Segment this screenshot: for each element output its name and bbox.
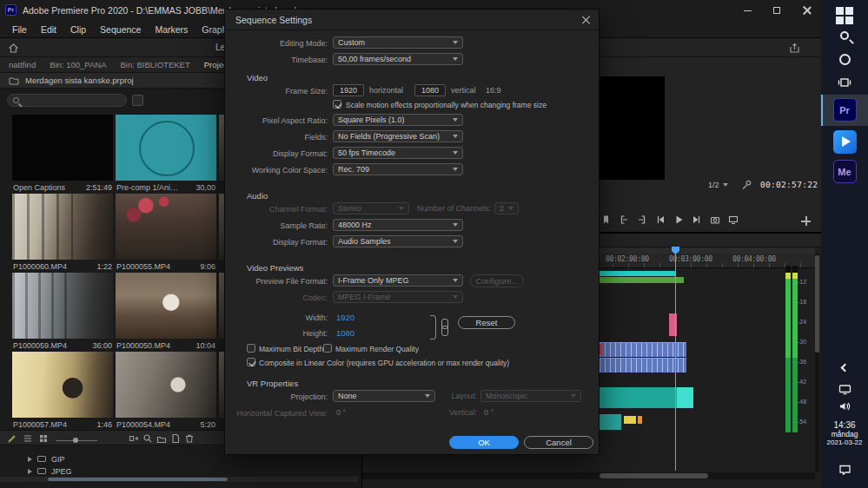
new-item-icon[interactable] xyxy=(170,433,181,444)
clip-cell[interactable]: Open Captions2:51:49 xyxy=(12,115,113,192)
max-render-quality-checkbox[interactable] xyxy=(323,344,332,353)
menu-edit[interactable]: Edit xyxy=(34,24,63,35)
vertical-scrollbar[interactable] xyxy=(815,254,819,472)
menu-sequence[interactable]: Sequence xyxy=(93,24,148,35)
mark-out-button[interactable] xyxy=(636,214,648,226)
clip-cell[interactable]: P1000060.MP41:22 xyxy=(12,194,113,271)
horizontal-scrollbar[interactable] xyxy=(0,477,358,482)
chain-link-icon[interactable] xyxy=(441,319,447,336)
zoom-slider-knob[interactable] xyxy=(73,438,78,443)
horizontal-scrollbar[interactable] xyxy=(362,472,815,479)
frame-width-field[interactable]: 1920 xyxy=(333,84,364,96)
export-frame-button[interactable] xyxy=(709,214,721,226)
automate-to-sequence-icon[interactable] xyxy=(129,433,139,444)
max-bit-depth-checkbox[interactable] xyxy=(247,344,255,353)
ok-button[interactable]: OK xyxy=(449,436,519,449)
menu-file[interactable]: File xyxy=(5,24,34,35)
chevron-down-icon xyxy=(453,168,458,171)
step-back-button[interactable] xyxy=(654,214,666,226)
reset-button[interactable]: Reset xyxy=(458,316,515,329)
fields-select[interactable]: No Fields (Progressive Scan) xyxy=(333,130,463,142)
timebase-select[interactable]: 50,00 frames/second xyxy=(333,53,463,65)
taskbar-video-app-button[interactable] xyxy=(821,130,868,154)
action-center-button[interactable] xyxy=(821,464,868,475)
cancel-button[interactable]: Cancel xyxy=(524,436,593,449)
playback-resolution-select[interactable]: 1/2 xyxy=(708,179,728,191)
timeline-clip[interactable] xyxy=(600,387,677,408)
chevron-right-icon[interactable] xyxy=(28,457,32,462)
clip-cell[interactable]: Pre-comp 1/Animation ...30,00 xyxy=(116,115,216,192)
mark-in-button[interactable] xyxy=(618,214,630,226)
export-icon[interactable] xyxy=(789,43,800,54)
list-view-icon[interactable] xyxy=(23,433,33,444)
timeline-clip[interactable] xyxy=(638,416,642,424)
icon-view-icon[interactable] xyxy=(38,433,49,444)
scrollbar-thumb[interactable] xyxy=(600,473,708,478)
timeline-clip[interactable] xyxy=(600,414,621,430)
find-icon[interactable] xyxy=(142,433,153,444)
play-button[interactable] xyxy=(673,214,685,226)
clip-cell[interactable]: P1000050.MP410:04 xyxy=(116,273,216,350)
timeline-clip[interactable] xyxy=(600,342,686,357)
taskbar-media-encoder-button[interactable]: Me xyxy=(821,160,868,183)
add-marker-button[interactable] xyxy=(600,214,612,226)
scrollbar-thumb[interactable] xyxy=(48,478,228,481)
editing-mode-select[interactable]: Custom xyxy=(333,36,463,49)
bin-row-jpeg[interactable]: JPEG xyxy=(0,465,362,477)
show-hidden-icons-button[interactable] xyxy=(821,365,868,371)
tab-bin-100-pana[interactable]: Bin: 100_PANA xyxy=(50,60,106,69)
comparison-view-button[interactable] xyxy=(727,214,739,226)
tab-nattfind[interactable]: nattfind xyxy=(9,60,36,69)
frame-height-field[interactable]: 1080 xyxy=(414,84,446,96)
tray-display-button[interactable] xyxy=(821,384,868,395)
menu-markers[interactable]: Markers xyxy=(148,24,195,35)
taskbar-search-button[interactable] xyxy=(821,31,868,40)
button-editor-plus[interactable] xyxy=(801,216,811,226)
filter-button[interactable] xyxy=(132,95,143,106)
timeline-clip[interactable] xyxy=(600,344,602,355)
edit-pencil-icon[interactable] xyxy=(7,433,17,444)
dialog-title-bar[interactable]: Sequence Settings xyxy=(225,10,599,30)
scrollbar-thumb[interactable] xyxy=(815,255,819,353)
home-icon[interactable] xyxy=(8,43,19,54)
color-space-select[interactable]: Rec. 709 xyxy=(333,163,463,175)
preview-height-value[interactable]: 1080 xyxy=(336,328,354,338)
maximize-button[interactable] xyxy=(762,0,792,21)
step-forward-button[interactable] xyxy=(691,214,703,226)
clip-cell[interactable]: P1000057.MP41:46 xyxy=(12,352,113,429)
minimize-button[interactable] xyxy=(732,0,762,21)
dialog-close-icon[interactable] xyxy=(581,16,590,24)
timeline-clip[interactable] xyxy=(677,387,693,408)
settings-wrench-icon[interactable] xyxy=(741,180,752,190)
menu-clip[interactable]: Clip xyxy=(63,24,93,35)
scale-motion-checkbox[interactable] xyxy=(333,100,341,109)
composite-linear-checkbox[interactable] xyxy=(247,358,255,366)
taskbar-premiere-button[interactable]: Pr xyxy=(821,98,868,122)
projection-select[interactable]: None xyxy=(333,390,435,402)
clip-duration: 9:06 xyxy=(200,262,215,271)
timeline-clip[interactable] xyxy=(600,271,676,276)
pixel-aspect-select[interactable]: Square Pixels (1.0) xyxy=(333,114,463,126)
task-view-button[interactable] xyxy=(821,76,868,89)
close-button[interactable] xyxy=(792,0,821,21)
timeline-clip[interactable] xyxy=(600,277,684,283)
trash-icon[interactable] xyxy=(184,433,195,444)
audio-display-format-select[interactable]: Audio Samples xyxy=(333,235,463,247)
search-input[interactable] xyxy=(7,94,127,107)
preview-width-value[interactable]: 1920 xyxy=(336,313,354,322)
timeline-clip[interactable] xyxy=(600,358,686,373)
preview-format-select[interactable]: I-Frame Only MPEG xyxy=(333,274,463,287)
clip-cell[interactable]: P1000054.MP45:20 xyxy=(116,352,216,429)
display-format-select[interactable]: 50 fps Timecode xyxy=(333,147,463,159)
tab-bin-biblioteket[interactable]: Bin: BIBLIOTEKET xyxy=(120,60,189,69)
clip-cell[interactable]: P1000059.MP436:00 xyxy=(12,273,113,350)
cortana-button[interactable] xyxy=(821,54,868,65)
chevron-right-icon[interactable] xyxy=(28,469,32,474)
tray-volume-button[interactable] xyxy=(821,401,868,412)
sample-rate-select[interactable]: 48000 Hz xyxy=(333,219,463,231)
new-bin-icon[interactable] xyxy=(156,433,167,444)
taskbar-clock[interactable]: 14:36 måndag 2021-03-22 xyxy=(821,420,868,446)
timeline-clip[interactable] xyxy=(624,416,636,424)
clip-cell[interactable]: P1000055.MP49:06 xyxy=(116,194,216,271)
start-button[interactable] xyxy=(821,7,868,24)
